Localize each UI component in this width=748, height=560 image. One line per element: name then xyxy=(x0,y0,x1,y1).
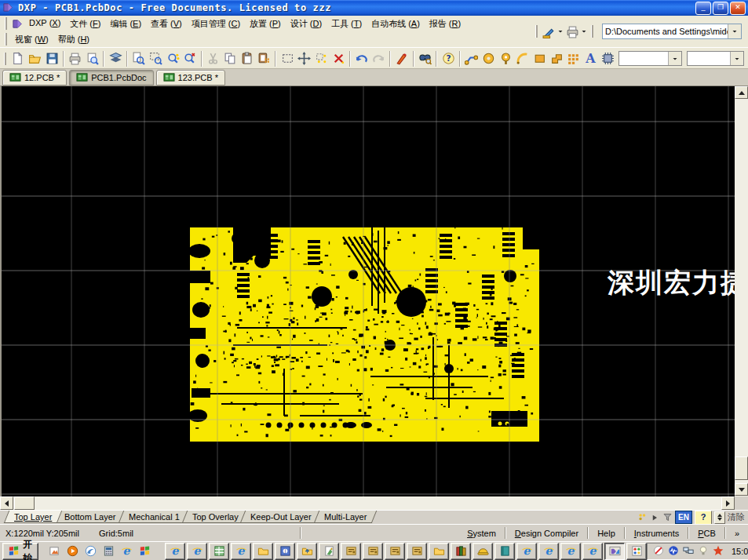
panel-button--[interactable]: » xyxy=(726,525,748,541)
taskbar-button-folder[interactable] xyxy=(429,543,449,560)
panel-button-Help[interactable]: Help xyxy=(589,525,624,541)
text-icon[interactable]: A xyxy=(582,50,600,67)
tray-bulb-icon[interactable] xyxy=(698,545,710,557)
path-combobox[interactable]: D:\Documents and Settings\midea\桌面 xyxy=(602,24,742,39)
select-rect-icon[interactable] xyxy=(279,50,296,67)
array-icon[interactable] xyxy=(565,50,582,67)
mask-dots-icon[interactable] xyxy=(637,511,648,525)
panel-button-System[interactable]: System xyxy=(458,525,505,541)
combobox-dropdown-button[interactable] xyxy=(668,52,681,65)
undo-icon[interactable] xyxy=(353,50,370,67)
taskbar-button-ie[interactable]: e xyxy=(187,543,207,560)
component-icon[interactable] xyxy=(599,50,616,67)
toolbar-grip[interactable] xyxy=(4,53,7,65)
pcb-drawing[interactable]: 深圳宏力捷 xyxy=(2,86,736,496)
doc-tab-PCB1-PcbDoc[interactable]: PCB1.PcbDoc xyxy=(69,70,153,85)
dxp-logo-icon[interactable] xyxy=(10,16,24,31)
zoom-points-icon[interactable] xyxy=(164,50,181,67)
horizontal-scrollbar[interactable] xyxy=(0,496,748,510)
vertical-scroll-thumb[interactable] xyxy=(735,456,748,480)
zoom-area-icon[interactable] xyxy=(148,50,165,67)
scroll-up-button[interactable] xyxy=(735,86,748,99)
layers-icon[interactable] xyxy=(107,50,124,67)
taskbar-button-books[interactable] xyxy=(451,543,471,560)
taskbar-button-excel[interactable] xyxy=(209,543,229,560)
clear-filter-icon[interactable] xyxy=(330,50,347,67)
toolbar-combobox-2[interactable] xyxy=(687,51,744,66)
minimize-button[interactable]: _ xyxy=(695,2,711,15)
ime-options-spinner[interactable] xyxy=(714,511,725,524)
taskbar-button-folder-up[interactable] xyxy=(297,543,317,560)
tray-audio-icon[interactable] xyxy=(668,545,680,557)
arc-icon[interactable] xyxy=(514,50,531,67)
fill-icon[interactable] xyxy=(531,50,549,67)
menu-H[interactable]: 帮助(H) xyxy=(53,32,94,47)
find-similar-icon[interactable] xyxy=(417,50,434,67)
taskbar-button-tool[interactable] xyxy=(407,543,427,560)
path-dropdown-button[interactable] xyxy=(728,24,741,38)
layer-tab-Keep-Out-Layer[interactable]: Keep-Out Layer xyxy=(240,511,322,523)
panel-button-Design-Compiler[interactable]: Design Compiler xyxy=(506,525,587,541)
menu-T[interactable]: 工具(T) xyxy=(327,16,367,31)
scroll-right-button[interactable] xyxy=(721,496,735,510)
taskbar-button-colors[interactable] xyxy=(626,543,647,560)
language-indicator[interactable]: EN xyxy=(675,511,692,524)
layer-tab-Multi-Layer[interactable]: Multi-Layer xyxy=(314,511,378,523)
taskbar-button-ie[interactable]: e xyxy=(560,543,581,560)
filter-funnel-icon[interactable] xyxy=(662,511,673,525)
taskbar-button-ie[interactable]: e xyxy=(231,543,251,560)
pcb-canvas[interactable]: 深圳宏力捷 xyxy=(0,86,748,496)
taskbar-button-ie[interactable]: e xyxy=(516,543,537,560)
taskbar-button-ie[interactable]: e xyxy=(165,543,185,560)
horizontal-scroll-thumb[interactable] xyxy=(14,496,35,510)
toolbar-grip[interactable] xyxy=(5,33,8,45)
polygon-icon[interactable] xyxy=(548,50,565,67)
print-icon[interactable] xyxy=(565,24,579,38)
route-icon[interactable] xyxy=(463,50,480,67)
scroll-down-button[interactable] xyxy=(735,483,748,496)
toolbar-grip[interactable] xyxy=(535,25,538,38)
zoom-clear-icon[interactable] xyxy=(181,50,199,67)
zoom-doc-icon[interactable] xyxy=(130,50,148,67)
taskbar-button-tool[interactable] xyxy=(363,543,383,560)
save-icon[interactable] xyxy=(43,50,60,67)
play-icon[interactable] xyxy=(650,511,659,525)
open-icon[interactable] xyxy=(27,50,44,67)
taskbar-button-ie[interactable]: e xyxy=(538,543,559,560)
menu-C[interactable]: 项目管理(C) xyxy=(187,16,245,31)
toolbar-grip[interactable] xyxy=(591,25,594,38)
toolbar-grip[interactable] xyxy=(5,17,8,30)
ime-help-button[interactable]: ? xyxy=(695,511,712,525)
redo-icon[interactable] xyxy=(370,50,388,67)
taskbar-button-tool[interactable] xyxy=(385,543,405,560)
taskbar-button-notebook[interactable] xyxy=(494,543,515,560)
tray-network-icon[interactable] xyxy=(683,545,695,557)
paste-icon[interactable] xyxy=(239,50,256,67)
menu-V[interactable]: 查看(V) xyxy=(146,16,187,31)
layer-tab-Bottom-Layer[interactable]: Bottom Layer xyxy=(54,511,126,523)
toolbar-combobox-1[interactable] xyxy=(618,51,682,66)
layer-tab-Mechanical-1[interactable]: Mechanical 1 xyxy=(119,511,190,523)
menu-D[interactable]: 设计(D) xyxy=(286,16,327,31)
cut-icon[interactable] xyxy=(205,50,222,67)
restore-button[interactable]: ❐ xyxy=(713,2,728,15)
taskbar-button-tool[interactable] xyxy=(341,543,361,560)
preview-icon[interactable] xyxy=(84,50,101,67)
close-button[interactable]: ✕ xyxy=(730,2,746,15)
taskbar-button-app-blue[interactable]: J xyxy=(275,543,295,560)
menu-F[interactable]: 文件(F) xyxy=(65,16,105,31)
pad-icon[interactable] xyxy=(480,50,498,67)
taskbar-button-dxp-current[interactable] xyxy=(604,543,625,560)
menu-P[interactable]: 放置(P) xyxy=(245,16,286,31)
menu-E[interactable]: 编辑(E) xyxy=(105,16,146,31)
menu-X[interactable]: DXP(X) xyxy=(24,16,65,31)
media-player-icon[interactable] xyxy=(65,544,79,558)
doc-tab-12-PCB-[interactable]: 12.PCB * xyxy=(2,70,67,85)
move-icon[interactable] xyxy=(296,50,313,67)
combobox-dropdown-button[interactable] xyxy=(730,52,743,65)
messenger-icon[interactable] xyxy=(83,544,97,558)
copy-icon[interactable] xyxy=(221,50,239,67)
clear-label[interactable]: 清除 xyxy=(728,511,748,523)
calculator-icon[interactable] xyxy=(101,544,115,558)
measure-icon[interactable] xyxy=(542,24,556,38)
